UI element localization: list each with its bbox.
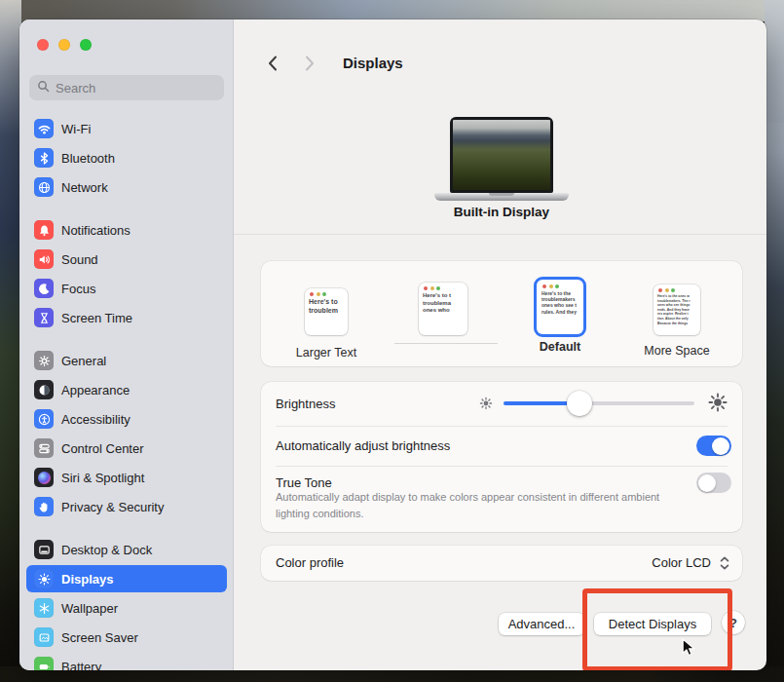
sidebar-item-screen-time[interactable]: Screen Time bbox=[26, 304, 227, 331]
traffic-lights bbox=[37, 39, 92, 51]
row-separator bbox=[276, 466, 728, 467]
hand-icon bbox=[34, 497, 54, 516]
moon-icon bbox=[34, 279, 54, 298]
sidebar-item-accessibility[interactable]: Accessibility bbox=[26, 405, 227, 433]
laptop-wallpaper bbox=[453, 120, 550, 190]
sidebar-item-siri-spotlight[interactable]: Siri & Spotlight bbox=[26, 464, 227, 491]
wifi-icon bbox=[34, 119, 54, 138]
close-button[interactable] bbox=[37, 39, 49, 51]
auto-brightness-toggle[interactable] bbox=[696, 436, 731, 456]
preset-label: Default bbox=[506, 340, 614, 354]
sidebar-item-desktop-dock[interactable]: Desktop & Dock bbox=[26, 536, 227, 563]
search-icon bbox=[37, 80, 50, 95]
section-divider bbox=[234, 234, 766, 235]
true-tone-label: True Tone bbox=[276, 475, 332, 490]
system-settings-window: Search Wi-Fi Bluetooth Network bbox=[19, 19, 766, 670]
sun-icon bbox=[34, 569, 54, 588]
sidebar-item-privacy-security[interactable]: Privacy & Security bbox=[26, 493, 227, 520]
auto-brightness-label: Automatically adjust brightness bbox=[276, 438, 450, 453]
thumb-traffic-dots bbox=[419, 283, 467, 292]
sidebar-item-displays[interactable]: Displays bbox=[26, 565, 227, 592]
sidebar-item-screen-saver[interactable]: Screen Saver bbox=[26, 624, 227, 651]
color-profile-dropdown[interactable] bbox=[719, 555, 730, 571]
sidebar-item-appearance[interactable]: Appearance bbox=[26, 376, 227, 403]
dock-icon bbox=[34, 540, 54, 559]
hourglass-icon bbox=[34, 308, 54, 327]
true-tone-toggle[interactable] bbox=[696, 473, 731, 493]
search-input[interactable]: Search bbox=[29, 75, 224, 100]
display-name-label: Built-in Display bbox=[355, 205, 648, 219]
toggles-icon bbox=[34, 438, 54, 458]
display-settings-card: Brightness Automatically adjust brightne… bbox=[261, 382, 742, 532]
sidebar-item-bluetooth[interactable]: Bluetooth bbox=[26, 144, 227, 171]
content-pane: Displays Built-in Display Here's to trou… bbox=[234, 19, 766, 670]
back-button[interactable] bbox=[265, 56, 280, 71]
preset-label: More Space bbox=[623, 344, 730, 358]
globe-icon bbox=[34, 177, 54, 197]
accessibility-icon bbox=[34, 409, 54, 429]
appearance-icon bbox=[34, 380, 54, 399]
thumb-traffic-dots bbox=[305, 288, 348, 298]
preset-more-space[interactable]: Here's to the ones w troublemakers. The … bbox=[623, 261, 730, 358]
true-tone-description: Automatically adapt display to make colo… bbox=[276, 489, 694, 521]
sidebar-item-focus[interactable]: Focus bbox=[26, 275, 227, 302]
page-title: Displays bbox=[343, 55, 403, 71]
preset-larger-text[interactable]: Here's to troublem Larger Text bbox=[273, 261, 380, 360]
sidebar: Search Wi-Fi Bluetooth Network bbox=[19, 19, 234, 670]
thumb-traffic-dots bbox=[538, 281, 582, 290]
row-separator bbox=[276, 426, 728, 427]
battery-icon bbox=[34, 657, 54, 670]
color-profile-label: Color profile bbox=[276, 555, 344, 570]
desktop-wallpaper-right bbox=[765, 0, 784, 682]
sidebar-item-wallpaper[interactable]: Wallpaper bbox=[26, 594, 227, 622]
flower-icon bbox=[34, 598, 54, 618]
color-profile-card: Color profile Color LCD bbox=[261, 546, 742, 581]
preset-default[interactable]: Here's to the troublemakers ones who see… bbox=[506, 261, 614, 354]
search-placeholder: Search bbox=[56, 81, 95, 95]
sidebar-item-sound[interactable]: Sound bbox=[26, 246, 227, 273]
preset-2-underline bbox=[394, 343, 498, 344]
thumb-traffic-dots bbox=[653, 284, 700, 294]
sidebar-item-general[interactable]: General bbox=[26, 347, 227, 374]
content-header: Displays bbox=[265, 55, 403, 71]
siri-icon bbox=[34, 468, 54, 487]
screenshot: Search Wi-Fi Bluetooth Network bbox=[0, 0, 784, 682]
sidebar-item-battery[interactable]: Battery bbox=[26, 653, 227, 670]
brightness-dim-icon bbox=[479, 397, 493, 414]
sidebar-item-control-center[interactable]: Control Center bbox=[26, 435, 227, 462]
sidebar-item-network[interactable]: Network bbox=[26, 173, 227, 201]
resolution-presets-card: Here's to troublem Larger Text Here's to… bbox=[261, 261, 742, 366]
preset-scaled-2[interactable]: Here's to t troublema ones who bbox=[390, 261, 497, 339]
gear-icon bbox=[34, 351, 54, 370]
bluetooth-icon bbox=[34, 148, 54, 168]
bell-icon bbox=[34, 220, 54, 240]
desktop-wallpaper-top bbox=[0, 0, 784, 21]
preset-label: Larger Text bbox=[273, 346, 380, 360]
brightness-label: Brightness bbox=[276, 397, 335, 411]
speaker-icon bbox=[34, 249, 54, 269]
color-profile-value: Color LCD bbox=[652, 555, 711, 570]
advanced-button[interactable]: Advanced... bbox=[499, 613, 584, 635]
sidebar-item-notifications[interactable]: Notifications bbox=[26, 216, 227, 244]
zoom-button[interactable] bbox=[80, 39, 92, 51]
picture-icon bbox=[34, 627, 54, 647]
brightness-thumb[interactable] bbox=[567, 391, 592, 416]
minimize-button[interactable] bbox=[58, 39, 70, 51]
forward-button[interactable] bbox=[302, 56, 317, 71]
sidebar-item-wifi[interactable]: Wi-Fi bbox=[26, 115, 227, 142]
mouse-cursor bbox=[682, 638, 696, 663]
builtin-display-illustration bbox=[450, 117, 553, 193]
laptop-notch bbox=[489, 193, 514, 196]
annotation-highlight-box bbox=[582, 588, 732, 670]
desktop-wallpaper-left bbox=[0, 0, 21, 682]
brightness-bright-icon bbox=[708, 393, 728, 416]
brightness-slider[interactable] bbox=[504, 401, 694, 405]
